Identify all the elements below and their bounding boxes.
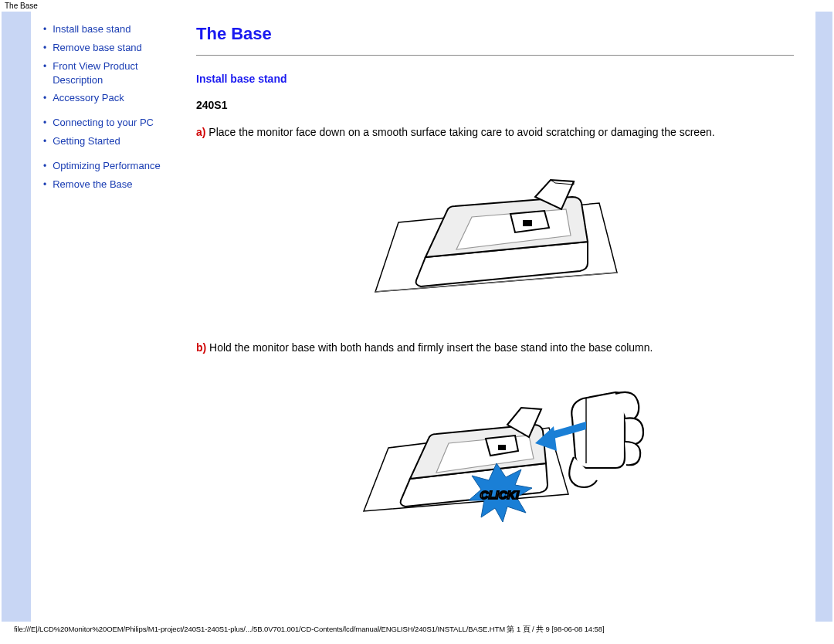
- step-a: a) Place the monitor face down on a smoo…: [196, 125, 794, 140]
- sidebar-item-label: Getting Started: [53, 134, 120, 148]
- step-text: Place the monitor face down on a smooth …: [208, 126, 714, 138]
- page-frame: • Install base stand • Remove base stand…: [2, 12, 832, 622]
- bullet-icon: •: [43, 91, 46, 105]
- section-heading: Install base stand: [196, 73, 794, 85]
- step-text: Hold the monitor base with both hands an…: [209, 341, 653, 354]
- sidebar-item-remove-the-base[interactable]: • Remove the Base: [43, 178, 173, 192]
- bullet-icon: •: [43, 134, 46, 148]
- model-number: 240S1: [196, 99, 794, 111]
- bullet-icon: •: [43, 116, 46, 130]
- sidebar-item-label: Front View Product Description: [53, 59, 173, 86]
- sidebar-item-install-base-stand[interactable]: • Install base stand: [43, 22, 173, 36]
- sidebar-item-optimizing-performance[interactable]: • Optimizing Performance: [43, 159, 173, 173]
- step-b: b) Hold the monitor base with both hands…: [196, 341, 794, 355]
- sidebar-item-connecting-to-your-pc[interactable]: • Connecting to your PC: [43, 116, 173, 130]
- bullet-icon: •: [43, 59, 46, 73]
- main-content: The Base Install base stand 240S1 a) Pla…: [182, 12, 815, 622]
- left-decorative-rail: [2, 12, 31, 622]
- sidebar-item-label: Remove base stand: [53, 41, 142, 55]
- figure-a-monitor-face-down: [196, 149, 794, 317]
- bullet-icon: •: [43, 159, 46, 173]
- figure-b-insert-base-stand: CLICK!: [196, 364, 794, 529]
- sidebar-item-label: Optimizing Performance: [53, 159, 160, 173]
- sidebar-nav: • Install base stand • Remove base stand…: [31, 12, 182, 622]
- footer-path: file:///E|/LCD%20Monitor%20OEM/Philips/M…: [0, 622, 834, 641]
- bullet-icon: •: [43, 22, 46, 36]
- sidebar-item-accessory-pack[interactable]: • Accessory Pack: [43, 91, 173, 105]
- step-letter: a): [196, 126, 205, 138]
- click-badge-text: CLICK!: [480, 488, 520, 501]
- sidebar-item-label: Remove the Base: [53, 178, 132, 192]
- page-title: The Base: [196, 24, 794, 44]
- step-letter: b): [196, 341, 206, 354]
- sidebar-item-label: Install base stand: [53, 22, 131, 36]
- sidebar-item-getting-started[interactable]: • Getting Started: [43, 134, 173, 148]
- svg-rect-1: [498, 445, 506, 450]
- bullet-icon: •: [43, 41, 46, 55]
- sidebar-item-label: Accessory Pack: [53, 91, 124, 105]
- header-tab: The Base: [0, 0, 834, 12]
- sidebar-item-front-view-product-description[interactable]: • Front View Product Description: [43, 59, 173, 86]
- sidebar-item-remove-base-stand[interactable]: • Remove base stand: [43, 41, 173, 55]
- svg-rect-0: [523, 220, 532, 226]
- divider: [196, 55, 794, 56]
- bullet-icon: •: [43, 178, 46, 192]
- right-decorative-rail: [815, 12, 832, 622]
- sidebar-item-label: Connecting to your PC: [53, 116, 154, 130]
